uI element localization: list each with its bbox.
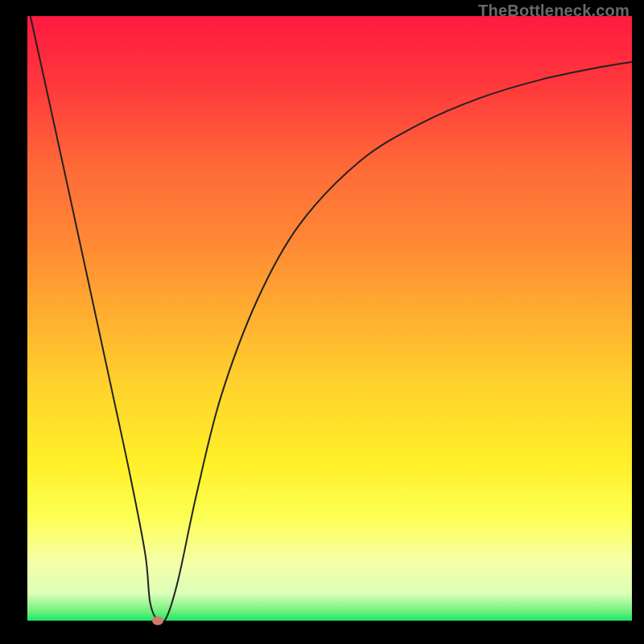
plot-area bbox=[27, 16, 632, 621]
gradient-background bbox=[27, 16, 632, 621]
chart-svg bbox=[27, 16, 632, 621]
minimum-marker bbox=[152, 617, 163, 625]
chart-frame: TheBottleneck.com bbox=[0, 0, 644, 644]
